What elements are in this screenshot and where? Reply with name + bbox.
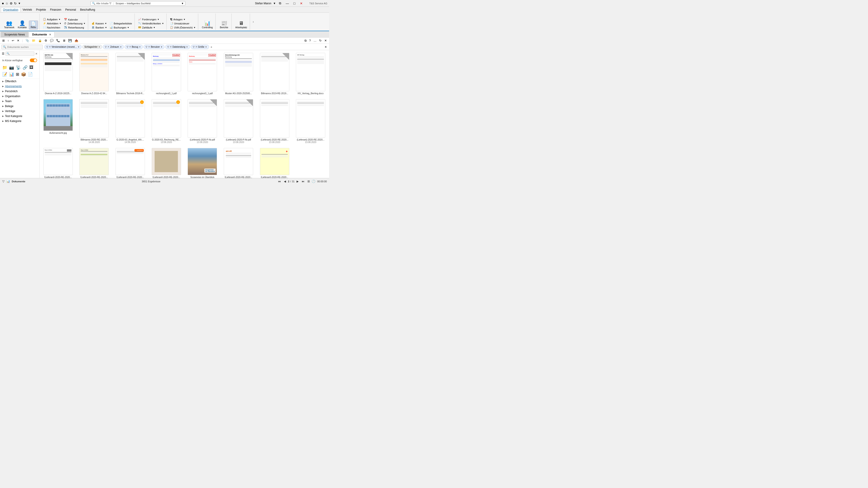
filter-chip-bezug[interactable]: ▽ ✕ Bezug ▼: [125, 45, 143, 49]
sidebar-search-input[interactable]: [10, 53, 33, 55]
list-item[interactable]: (Lieferant)-2020-P-Nr.pdf 13.08.2020: [222, 98, 255, 144]
sidebar-icon-grid[interactable]: ⊞: [16, 71, 20, 77]
toolbar-x-btn[interactable]: ✕: [323, 38, 328, 43]
list-item[interactable]: + [Lieferant]-2020-RE-2020...: [258, 147, 291, 178]
list-item[interactable]: KlarBild Rechnung Storno rechnungtest3_1…: [186, 52, 219, 96]
filter-close-btn[interactable]: ✕: [324, 45, 328, 49]
filter-arrow-schlagwoerter[interactable]: ▼: [98, 46, 100, 48]
filter-arrow-bezug[interactable]: ▼: [139, 46, 141, 48]
filter-arrow-versionsdatum[interactable]: ▼: [78, 46, 80, 48]
app-icon-refresh[interactable]: ↻: [14, 2, 17, 5]
list-item[interactable]: + weitere [Lieferant]-2020-RE-2020...: [114, 147, 147, 178]
ribbon-btn-rebu[interactable]: 📄 Rebu: [29, 21, 38, 29]
ribbon-btn-zahllaufe[interactable]: 💳 Zahlläufe ▼: [137, 26, 165, 29]
ribbon-btn-arbeitsplatz[interactable]: 🖥 Arbeitsplatz: [234, 20, 248, 29]
toolbar-close-btn[interactable]: ✕: [16, 38, 20, 43]
sidebar-icon-image[interactable]: 🖼: [29, 65, 34, 70]
filter-arrow-dateiendung[interactable]: ▼: [186, 46, 188, 48]
list-item[interactable]: Außenansicht.jpg: [41, 98, 75, 144]
filter-arrow-zeitraum[interactable]: ▼: [120, 46, 122, 48]
list-item[interactable]: Billmanns-2020-RE-2020... 14.08.2020: [78, 98, 111, 144]
sidebar-item-persoenlich[interactable]: ▶ Persönlich: [0, 89, 39, 94]
filter-chip-zeitraum[interactable]: ▽ ✕ Zeitraum ▼: [103, 45, 124, 49]
filter-chip-benutzer[interactable]: ▽ ✕ Benutzer ▼: [144, 45, 164, 49]
sidebar-icon-share[interactable]: 🔗: [22, 65, 28, 70]
ribbon-btn-uva[interactable]: 📋 UVA (Österreich) ▼: [169, 26, 197, 29]
list-item[interactable]: Dienstleistungs AG Rechnung Muster AG-20…: [222, 52, 255, 96]
ribbon-btn-belegarbeitsliste[interactable]: 📄 Belegarbeitsliste: [108, 22, 133, 25]
toolbar-lock-btn[interactable]: 🔒: [37, 38, 43, 43]
filter-x-bezug[interactable]: ✕: [129, 45, 131, 48]
filter-chip-dateiendung[interactable]: ▽ ✕ Dateiendung ▼: [165, 45, 190, 49]
toolbar-back-btn[interactable]: ↩: [11, 38, 15, 43]
toolbar-chat-btn[interactable]: 💬: [49, 38, 55, 43]
filter-arrow-benutzer[interactable]: ▼: [160, 46, 162, 48]
ribbon-btn-teamwork[interactable]: 👥 Teamwork: [3, 20, 16, 29]
filter-arrow-groesse[interactable]: ▼: [205, 46, 207, 48]
menu-item-organisation[interactable]: Organisation: [1, 7, 20, 12]
toolbar-folder-btn[interactable]: 📁: [31, 38, 36, 43]
ribbon-btn-aufgaben[interactable]: 📋 Aufgaben ▼: [42, 18, 63, 21]
sidebar-item-team[interactable]: ▶ Team: [0, 99, 39, 104]
ribbon-btn-verbindlichkeiten[interactable]: 📉 Verbindlichkeiten ▼: [137, 22, 165, 25]
sidebar-item-belege[interactable]: ▶ Belege: [0, 104, 39, 109]
doc-search-input-wrap[interactable]: 🔍: [1, 45, 43, 49]
tab-scopevisio-news[interactable]: Scopevisio News: [1, 32, 28, 37]
list-item[interactable]: 1 G-2020-63_Rechnung_RE... 13.08.2020: [150, 98, 183, 144]
sidebar-item-abonnements[interactable]: ▶ Abonnements: [0, 84, 39, 89]
sidebar-icon-folder-orange[interactable]: 📁: [2, 65, 8, 70]
sidebar-item-ms-kategorie[interactable]: ▶ MS Kategorie: [0, 119, 39, 124]
filter-x-zeitraum[interactable]: ✕: [107, 45, 110, 48]
toolbar-save-btn[interactable]: 💾: [67, 38, 73, 43]
window-close-button[interactable]: ✕: [299, 1, 304, 6]
window-min-button[interactable]: —: [284, 1, 290, 6]
app-icon-gear[interactable]: ⚙: [10, 2, 13, 5]
ribbon-btn-aktivitaeten[interactable]: ⚡ Aktivitäten ▼: [42, 22, 63, 25]
ribbon-btn-forderungen[interactable]: 📈 Forderungen ▼: [137, 18, 165, 21]
sidebar-item-vertraege[interactable]: ▶ Verträge: [0, 109, 39, 113]
filter-add-btn[interactable]: +: [210, 45, 213, 49]
toolbar-settings-btn[interactable]: ⚙: [43, 38, 48, 43]
sidebar-icon-camera[interactable]: 📷: [8, 65, 14, 70]
doc-search-input[interactable]: [7, 46, 41, 48]
sidebar-icon-rss[interactable]: 📡: [16, 65, 21, 70]
toolbar-upload-btn[interactable]: ↑: [6, 38, 10, 43]
ribbon-btn-reiserfassung[interactable]: ✈️ Reiserfassung: [63, 26, 87, 29]
list-item[interactable]: Scopevisioim Überblick Scopevisio im Übe…: [186, 147, 219, 178]
toolbar-share-btn[interactable]: 📤: [74, 38, 79, 43]
ribbon-btn-zeiterfassung[interactable]: ⏱ Zeiterfassung ▼: [63, 22, 87, 25]
statusbar-grid-icon[interactable]: ⊞: [307, 180, 310, 183]
filter-chip-groesse[interactable]: ▽ ✕ Größe ▼: [191, 45, 209, 49]
page-last-btn[interactable]: ⏭: [301, 180, 306, 184]
toolbar-screen-btn[interactable]: 🖥: [62, 38, 66, 43]
page-prev-btn[interactable]: ◀: [283, 180, 287, 184]
list-item[interactable]: Bauer & Müller [Lieferant]-2020-RE-2020.…: [41, 147, 75, 178]
list-item[interactable]: Billmanns-2019-RE-2019...: [258, 52, 291, 96]
filter-chip-schlagwoerter[interactable]: Schlagwörter ▼: [82, 45, 102, 49]
ribbon-btn-anlagen[interactable]: 🏗 Anlagen ▼: [169, 18, 197, 21]
sidebar-icon-box[interactable]: 📦: [21, 71, 26, 77]
toolbar-attach-btn[interactable]: 📎: [25, 38, 30, 43]
filter-chip-versionsdatum[interactable]: ▽ ✕ Versionsdatum (neuest… ▼: [44, 45, 82, 49]
tab-close-dokumente[interactable]: ✕: [49, 33, 51, 36]
menu-item-vertrieb[interactable]: Vertrieb: [21, 7, 34, 12]
list-item[interactable]: HV Vertrag HV_Vertrag_Bierling.docx: [294, 52, 327, 96]
sidebar-item-organisation[interactable]: ▶ Organisation: [0, 94, 39, 99]
statusbar-filter-icon[interactable]: ▽: [2, 180, 4, 183]
search-dropdown-icon[interactable]: ▼: [181, 2, 184, 5]
ribbon-btn-umsatzsteuer[interactable]: 📑 Umsatzsteuer: [169, 22, 197, 25]
sidebar-item-test-kategorie[interactable]: ▶ Test Kategorie: [0, 113, 39, 119]
filter-x-dateiendung[interactable]: ✕: [170, 45, 172, 48]
sidebar-item-oeffentlich[interactable]: ▶ Öffentlich: [0, 79, 39, 84]
toolbar-grid-btn[interactable]: ⊞: [1, 38, 6, 43]
ribbon-btn-kassen[interactable]: 💰 Kassen ▼: [90, 22, 108, 25]
list-item[interactable]: Bauer & Müller [Lieferant]-2020-RE-2020.…: [78, 147, 111, 178]
list-item[interactable]: (Lieferant)-2020-RE-2020... 13.08.2020: [258, 98, 291, 144]
list-item[interactable]: (Lieferant)-2020-P-Nr.pdf 13.08.2020: [186, 98, 219, 144]
sidebar-icon-form[interactable]: 📝: [2, 71, 8, 77]
toolbar-more-btn[interactable]: …: [313, 38, 317, 43]
list-item[interactable]: [Lieferant]-2020-RE-2020...: [150, 147, 183, 178]
ribbon-btn-controlling[interactable]: 📊 Controlling: [200, 20, 214, 29]
tab-dokumente[interactable]: Dokumente ✕: [29, 32, 55, 37]
toggle-switch[interactable]: [30, 59, 37, 62]
